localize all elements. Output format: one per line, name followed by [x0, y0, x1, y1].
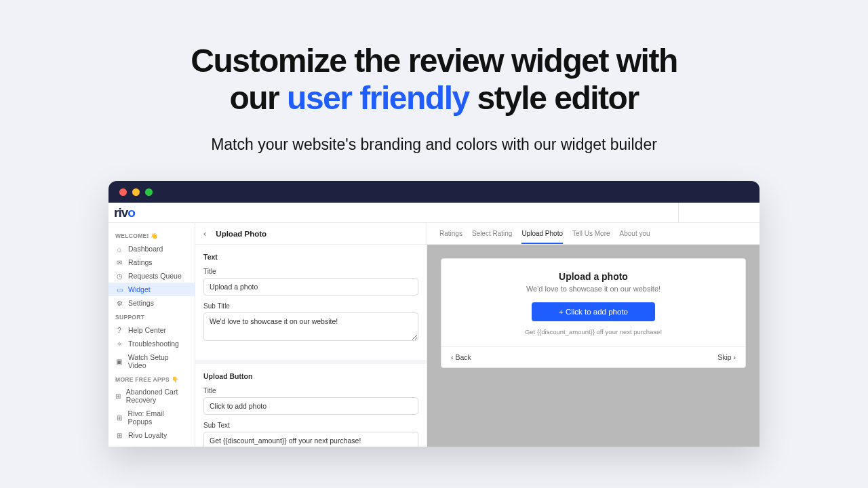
sidebar-item-label: Rivo Loyalty: [128, 431, 167, 439]
section-text: Text Title Sub Title We'd love to showca…: [195, 245, 427, 364]
wand-icon: ✧: [115, 340, 123, 348]
app-icon: ⊞: [115, 392, 121, 401]
tab-tell-us-more[interactable]: Tell Us More: [572, 230, 610, 244]
sidebar: WELCOME! 👋 ⌂ Dashboard ✉ Ratings ◷ Reque…: [108, 223, 195, 447]
button-subtext-input[interactable]: [203, 432, 418, 447]
close-icon[interactable]: [119, 188, 127, 196]
sidebar-item-label: Watch Setup Video: [128, 353, 188, 369]
home-icon: ⌂: [115, 245, 123, 253]
tab-about-you[interactable]: About you: [620, 230, 650, 244]
sidebar-item-label: Abandoned Cart Recovery: [126, 388, 188, 404]
sidebar-item-label: Rivo: Email Popups: [128, 409, 188, 426]
window-titlebar: [108, 181, 760, 203]
sidebar-section-apps: MORE FREE APPS 👇: [108, 372, 195, 386]
title-input[interactable]: [203, 278, 418, 296]
widget-icon: ▭: [115, 285, 123, 293]
card-title: Upload a photo: [452, 271, 734, 282]
skip-button[interactable]: Skip ›: [717, 353, 736, 361]
minimize-icon[interactable]: [132, 188, 140, 196]
preview-card: Upload a photo We'd love to showcase it …: [441, 258, 746, 368]
sidebar-item-dashboard[interactable]: ⌂ Dashboard: [108, 242, 195, 256]
clock-icon: ◷: [115, 272, 123, 280]
tab-upload-photo[interactable]: Upload Photo: [521, 230, 563, 244]
sidebar-item-widget[interactable]: ▭ Widget: [108, 283, 195, 296]
sidebar-item-rivo-loyalty[interactable]: ⊞ Rivo Loyalty: [108, 428, 195, 442]
field-label: Title: [203, 268, 418, 275]
sidebar-item-ratings[interactable]: ✉ Ratings: [108, 256, 195, 269]
add-photo-button[interactable]: + Click to add photo: [532, 302, 655, 321]
button-title-input[interactable]: [203, 397, 418, 415]
section-title: Upload Button: [203, 372, 418, 380]
sidebar-item-email-popups[interactable]: ⊞ Rivo: Email Popups: [108, 407, 195, 428]
video-icon: ▣: [115, 357, 123, 365]
section-title: Text: [203, 253, 418, 261]
subtitle-textarea[interactable]: We'd love to showcase it on our website!: [203, 312, 418, 341]
card-footer: ‹ Back Skip ›: [441, 346, 745, 367]
sidebar-item-requests-queue[interactable]: ◷ Requests Queue: [108, 269, 195, 283]
card-note: Get {{discount_amount}} off your next pu…: [452, 328, 734, 336]
brand-bar: rivo: [108, 203, 760, 223]
back-icon[interactable]: ‹: [203, 228, 206, 239]
editor-panel: ‹ Upload Photo Text Title Sub Title We'd…: [195, 223, 427, 447]
sidebar-item-help-center[interactable]: ? Help Center: [108, 323, 195, 337]
card-subtitle: We'd love to showcase it on our website!: [452, 285, 734, 293]
sidebar-item-label: Troubleshooting: [128, 340, 179, 348]
sidebar-item-troubleshooting[interactable]: ✧ Troubleshooting: [108, 337, 195, 350]
gear-icon: ⚙: [115, 299, 123, 307]
sidebar-item-settings[interactable]: ⚙ Settings: [108, 296, 195, 310]
help-icon: ?: [115, 326, 123, 334]
sidebar-item-abandoned-cart[interactable]: ⊞ Abandoned Cart Recovery: [108, 386, 195, 407]
sidebar-section-support: SUPPORT: [108, 310, 195, 323]
back-button[interactable]: ‹ Back: [451, 353, 471, 361]
editor-title: Upload Photo: [216, 230, 267, 238]
megaphone-icon: ✉: [115, 258, 123, 266]
tab-ratings[interactable]: Ratings: [439, 230, 462, 244]
preview-canvas: Upload a photo We'd love to showcase it …: [427, 245, 760, 447]
app-icon: ⊞: [115, 413, 123, 422]
sidebar-item-watch-video[interactable]: ▣ Watch Setup Video: [108, 350, 195, 372]
preview-tabs: Ratings Select Rating Upload Photo Tell …: [427, 223, 760, 245]
sidebar-item-label: Help Center: [128, 326, 166, 334]
app-window: rivo WELCOME! 👋 ⌂ Dashboard ✉ Ratings ◷ …: [108, 181, 760, 447]
field-label: Sub Title: [203, 302, 418, 310]
sidebar-item-label: Widget: [128, 285, 151, 293]
hero: Customize the review widget with our use…: [0, 0, 868, 154]
tab-select-rating[interactable]: Select Rating: [472, 230, 512, 244]
hero-subtitle: Match your website's branding and colors…: [0, 136, 868, 154]
field-label: Sub Text: [203, 422, 418, 429]
sidebar-item-label: Dashboard: [128, 245, 163, 253]
sidebar-item-label: Settings: [128, 299, 154, 307]
section-upload-button: Upload Button Title Sub Text: [195, 364, 427, 447]
brand-divider: [678, 203, 760, 222]
field-label: Title: [203, 387, 418, 394]
app-icon: ⊞: [115, 431, 123, 439]
editor-header: ‹ Upload Photo: [195, 223, 427, 245]
hero-headline: Customize the review widget with our use…: [0, 42, 868, 117]
preview-panel: Ratings Select Rating Upload Photo Tell …: [427, 223, 760, 447]
logo: rivo: [114, 205, 135, 220]
sidebar-item-label: Ratings: [128, 258, 153, 266]
maximize-icon[interactable]: [145, 188, 153, 196]
sidebar-item-label: Requests Queue: [128, 272, 182, 280]
sidebar-section-welcome: WELCOME! 👋: [108, 228, 195, 242]
